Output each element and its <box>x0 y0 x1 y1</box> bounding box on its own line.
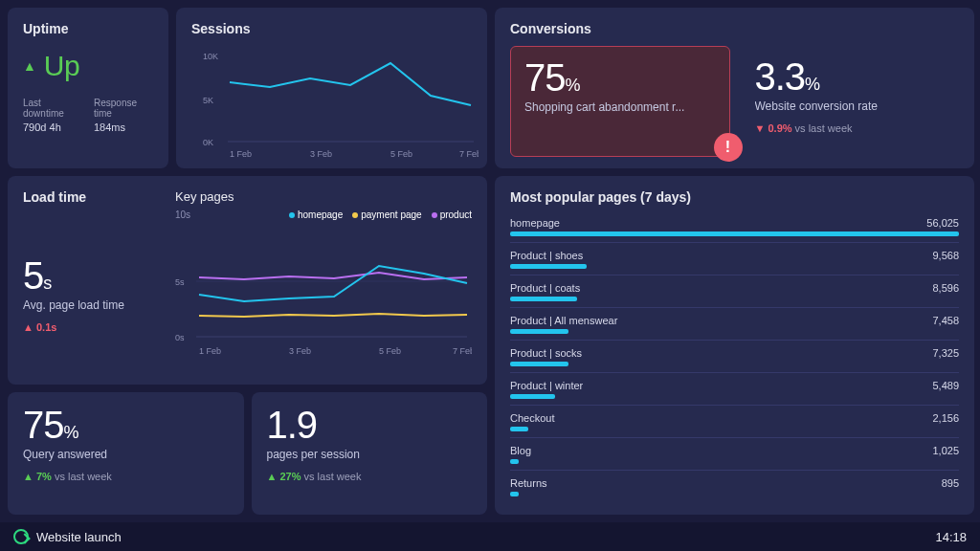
sessions-card: Sessions 10K 5K 0K 1 Feb 3 Feb 5 Feb 7 F… <box>176 8 487 168</box>
conversion-rate-box[interactable]: 3.3% Website conversion rate ▼ 0.9% vs l… <box>742 46 960 157</box>
response-time-value: 184ms <box>94 121 153 133</box>
popular-pages-title: Most popular pages (7 days) <box>510 189 959 205</box>
pages-delta: ▲ 27% vs last week <box>267 471 473 482</box>
abandonment-label: Shopping cart abandonment r... <box>524 100 716 114</box>
table-row[interactable]: Returns895 <box>510 474 959 501</box>
response-time-label: Response time <box>94 98 153 119</box>
keypages-chart: 5s 0s 1 Feb 3 Feb 5 Feb 7 Feb <box>175 220 472 364</box>
loadtime-label: Avg. page load time <box>23 298 160 312</box>
loadtime-value: 5 <box>23 254 43 297</box>
conversions-card: Conversions 75% Shopping cart abandonmen… <box>495 8 974 168</box>
svg-text:3 Feb: 3 Feb <box>310 149 332 159</box>
uptime-status: ▲ Up <box>23 50 153 82</box>
last-downtime-value: 790d 4h <box>23 121 80 133</box>
svg-text:5K: 5K <box>203 96 213 105</box>
table-row[interactable]: Product | socks7,325 <box>510 344 959 373</box>
table-row[interactable]: Product | All menswear7,458 <box>510 312 959 341</box>
alert-icon: ! <box>714 133 743 162</box>
abandonment-unit: % <box>566 76 580 95</box>
keypages-legend: 10s homepage payment page product <box>175 209 472 220</box>
table-row[interactable]: Product | winter5,489 <box>510 377 959 406</box>
footer-title: Website launch <box>36 530 122 544</box>
svg-text:0s: 0s <box>175 333 185 342</box>
svg-text:10K: 10K <box>203 52 218 61</box>
query-delta: ▲ 7% vs last week <box>23 471 229 482</box>
pages-card: 1.9 pages per session ▲ 27% vs last week <box>252 392 488 515</box>
sessions-title: Sessions <box>191 21 472 36</box>
last-downtime-label: Last downtime <box>23 98 80 119</box>
table-row[interactable]: homepage56,025 <box>510 214 959 243</box>
footer: Website launch 14:18 <box>0 522 980 551</box>
table-row[interactable]: Checkout2,156 <box>510 409 959 438</box>
keypages-title: Key pages <box>175 189 472 204</box>
logo-icon <box>13 529 29 544</box>
sessions-chart: 10K 5K 0K 1 Feb 3 Feb 5 Feb 7 Feb <box>191 46 479 161</box>
popular-pages-card: Most popular pages (7 days) homepage56,0… <box>495 176 974 515</box>
query-label: Query answered <box>23 448 229 461</box>
conversions-title: Conversions <box>510 21 959 36</box>
svg-text:1 Feb: 1 Feb <box>199 346 221 356</box>
svg-text:3 Feb: 3 Feb <box>289 346 311 356</box>
conversion-rate-unit: % <box>805 75 819 94</box>
popular-pages-list: homepage56,025Product | shoes9,568Produc… <box>510 214 959 501</box>
svg-text:5s: 5s <box>175 277 185 287</box>
conversion-delta: ▼ 0.9% vs last week <box>755 122 947 134</box>
table-row[interactable]: Product | coats8,596 <box>510 279 959 308</box>
uptime-title: Uptime <box>23 21 153 36</box>
uptime-card: Uptime ▲ Up Last downtime 790d 4h Respon… <box>8 8 168 168</box>
svg-text:7 Feb: 7 Feb <box>453 346 472 356</box>
conversion-rate-label: Website conversion rate <box>755 99 947 113</box>
pages-label: pages per session <box>267 448 473 461</box>
svg-text:0K: 0K <box>203 138 213 147</box>
svg-text:1 Feb: 1 Feb <box>230 149 252 159</box>
pages-value: 1.9 <box>267 406 473 444</box>
svg-text:5 Feb: 5 Feb <box>379 346 401 356</box>
svg-text:7 Feb: 7 Feb <box>459 149 479 159</box>
loadtime-delta: ▲ 0.1s <box>23 321 160 333</box>
uptime-status-text: Up <box>44 50 79 82</box>
svg-text:5 Feb: 5 Feb <box>390 149 412 159</box>
up-arrow-icon: ▲ <box>23 58 36 74</box>
table-row[interactable]: Blog1,025 <box>510 442 959 471</box>
query-unit: % <box>64 423 78 442</box>
abandonment-box[interactable]: 75% Shopping cart abandonment r... ! <box>510 46 730 157</box>
loadtime-unit: s <box>43 274 51 293</box>
query-value: 75 <box>23 404 64 446</box>
abandonment-value: 75 <box>524 56 566 99</box>
footer-time: 14:18 <box>935 530 967 544</box>
conversion-rate-value: 3.3 <box>755 55 806 98</box>
loadtime-title: Load time <box>23 189 86 205</box>
loadtime-card: Load time 5s Avg. page load time ▲ 0.1s … <box>8 176 487 385</box>
table-row[interactable]: Product | shoes9,568 <box>510 247 959 276</box>
query-card: 75% Query answered ▲ 7% vs last week <box>8 392 244 515</box>
